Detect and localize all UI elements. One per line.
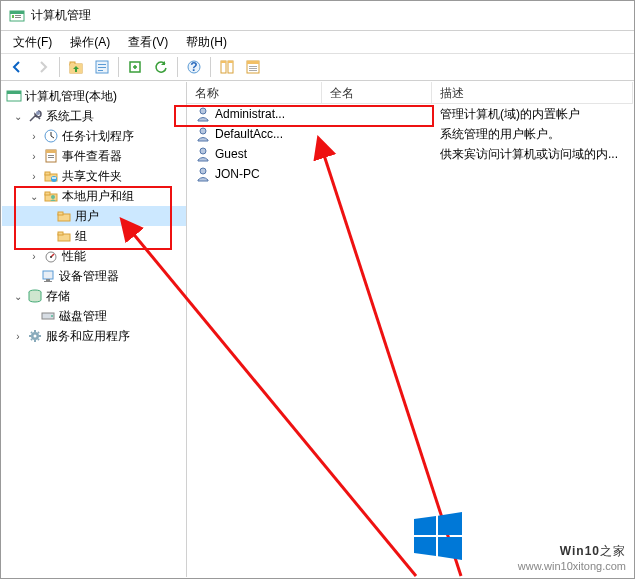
forward-button[interactable] [31, 55, 55, 79]
expand-icon[interactable]: › [28, 171, 40, 182]
tree-pane: 计算机管理(本地) ⌄ 系统工具 › 任务计划程序 › 事件查看器 › 共享文件… [2, 82, 187, 577]
tree-groups[interactable]: 组 [2, 226, 186, 246]
svg-point-53 [34, 335, 37, 338]
user-icon [195, 166, 211, 182]
svg-rect-1 [10, 11, 24, 14]
tree-device-manager[interactable]: 设备管理器 [2, 266, 186, 286]
refresh-button[interactable] [149, 55, 173, 79]
tree-label: 设备管理器 [59, 268, 119, 285]
properties-button[interactable] [90, 55, 114, 79]
tree-services-apps[interactable]: › 服务和应用程序 [2, 326, 186, 346]
collapse-icon[interactable]: ⌄ [12, 291, 24, 302]
expand-icon[interactable]: › [28, 131, 40, 142]
tree-system-tools[interactable]: ⌄ 系统工具 [2, 106, 186, 126]
column-desc[interactable]: 描述 [432, 82, 633, 103]
tree-disk-management[interactable]: 磁盘管理 [2, 306, 186, 326]
menu-action[interactable]: 操作(A) [62, 32, 118, 53]
list-item[interactable]: Guest供来宾访问计算机或访问域的内... [187, 144, 633, 164]
expand-icon[interactable]: › [12, 331, 24, 342]
list-item[interactable]: DefaultAcc...系统管理的用户帐户。 [187, 124, 633, 144]
user-desc: 系统管理的用户帐户。 [432, 126, 633, 143]
windows-logo-icon [414, 512, 462, 560]
help-button[interactable]: ? [182, 55, 206, 79]
user-icon [195, 106, 211, 122]
svg-rect-29 [46, 150, 56, 153]
menu-help[interactable]: 帮助(H) [178, 32, 235, 53]
tree-storage[interactable]: ⌄ 存储 [2, 286, 186, 306]
folder-icon [56, 208, 72, 224]
collapse-icon[interactable]: ⌄ [12, 111, 24, 122]
svg-point-54 [200, 108, 206, 114]
tree-users[interactable]: 用户 [2, 206, 186, 226]
svg-rect-2 [15, 15, 21, 16]
user-name: DefaultAcc... [215, 127, 283, 141]
svg-point-39 [51, 195, 55, 199]
toolbar-separator [118, 57, 119, 77]
svg-rect-25 [7, 91, 21, 94]
menu-view[interactable]: 查看(V) [120, 32, 176, 53]
list-item[interactable]: JON-PC [187, 164, 633, 184]
user-desc: 供来宾访问计算机或访问域的内... [432, 146, 633, 163]
tree-label: 组 [75, 228, 87, 245]
title-bar: 计算机管理 [1, 1, 634, 31]
export-button[interactable] [123, 55, 147, 79]
svg-rect-20 [247, 61, 259, 64]
toolbar-separator [59, 57, 60, 77]
watermark-brand-b: 之家 [600, 544, 626, 558]
column-fullname[interactable]: 全名 [322, 82, 432, 103]
svg-rect-48 [44, 281, 52, 282]
window-title: 计算机管理 [31, 7, 91, 24]
svg-rect-17 [221, 61, 226, 63]
toolbar-separator [210, 57, 211, 77]
tree-label: 本地用户和组 [62, 188, 134, 205]
back-button[interactable] [5, 55, 29, 79]
tree-label: 任务计划程序 [62, 128, 134, 145]
expand-icon[interactable]: › [28, 251, 40, 262]
tree-label: 用户 [75, 208, 99, 225]
computer-mgmt-icon [6, 88, 22, 104]
column-name[interactable]: 名称 [187, 82, 322, 103]
svg-point-57 [200, 168, 206, 174]
svg-rect-23 [249, 70, 257, 71]
svg-point-55 [200, 128, 206, 134]
toolbar-separator [177, 57, 178, 77]
watermark: Win10之家 www.win10xitong.com [518, 530, 626, 572]
tree-task-scheduler[interactable]: › 任务计划程序 [2, 126, 186, 146]
tree-label: 服务和应用程序 [46, 328, 130, 345]
svg-rect-11 [98, 70, 103, 71]
collapse-icon[interactable]: ⌄ [28, 191, 40, 202]
tree-event-viewer[interactable]: › 事件查看器 [2, 146, 186, 166]
event-icon [43, 148, 59, 164]
svg-point-35 [52, 177, 54, 179]
disk-icon [40, 308, 56, 324]
tree-label: 系统工具 [46, 108, 94, 125]
tree-label: 计算机管理(本地) [25, 88, 117, 105]
svg-point-45 [50, 256, 52, 258]
list-item[interactable]: Administrat...管理计算机(域)的内置帐户 [187, 104, 633, 124]
menu-file[interactable]: 文件(F) [5, 32, 60, 53]
svg-point-51 [51, 315, 53, 317]
watermark-brand-a: Win10 [560, 544, 600, 558]
svg-text:?: ? [190, 60, 197, 74]
device-icon [40, 268, 56, 284]
expand-icon[interactable]: › [28, 151, 40, 162]
tree-shared-folders[interactable]: › 共享文件夹 [2, 166, 186, 186]
storage-icon [27, 288, 43, 304]
tree-label: 性能 [62, 248, 86, 265]
users-groups-icon [43, 188, 59, 204]
svg-rect-33 [45, 172, 50, 175]
tools-icon [27, 108, 43, 124]
clock-icon [43, 128, 59, 144]
up-button[interactable] [64, 55, 88, 79]
svg-rect-22 [249, 68, 257, 69]
folder-icon [56, 228, 72, 244]
details-button[interactable] [241, 55, 265, 79]
tree-label: 事件查看器 [62, 148, 122, 165]
tree-performance[interactable]: › 性能 [2, 246, 186, 266]
tree-local-users-groups[interactable]: ⌄ 本地用户和组 [2, 186, 186, 206]
tree-root[interactable]: 计算机管理(本地) [2, 86, 186, 106]
tree-label: 共享文件夹 [62, 168, 122, 185]
tree-label: 存储 [46, 288, 70, 305]
user-icon [195, 146, 211, 162]
tile-button[interactable] [215, 55, 239, 79]
